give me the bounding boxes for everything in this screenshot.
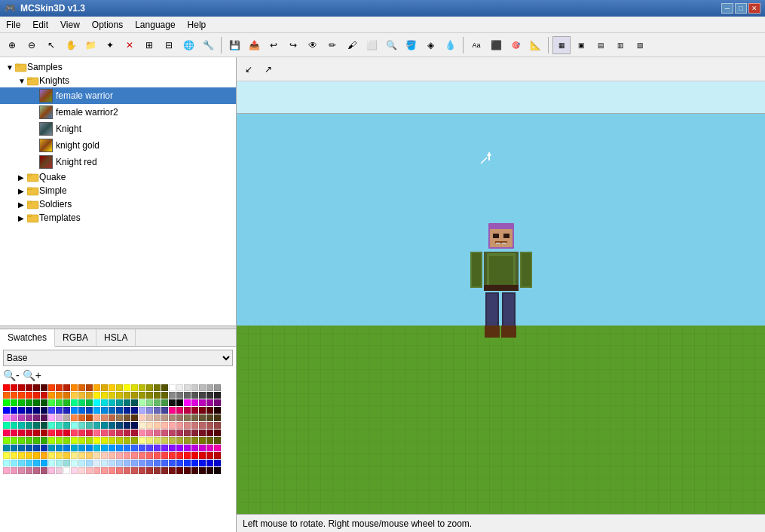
- color-cell[interactable]: [41, 460, 47, 466]
- toolbar-brush[interactable]: 🖌: [343, 36, 361, 54]
- color-cell[interactable]: [86, 399, 93, 406]
- color-cell[interactable]: [184, 392, 191, 399]
- color-cell[interactable]: [154, 392, 161, 399]
- color-cell[interactable]: [161, 430, 168, 436]
- color-cell[interactable]: [26, 460, 32, 466]
- color-cell[interactable]: [184, 467, 191, 474]
- color-cell[interactable]: [131, 437, 138, 444]
- color-cell[interactable]: [169, 460, 176, 466]
- tree-item-knights[interactable]: ▼ Knights: [0, 74, 236, 87]
- color-cell[interactable]: [214, 407, 221, 414]
- color-cell[interactable]: [176, 384, 183, 391]
- color-cell[interactable]: [41, 384, 47, 391]
- color-cell[interactable]: [146, 414, 153, 421]
- tab-hsla[interactable]: HSLA: [96, 329, 136, 346]
- color-cell[interactable]: [124, 384, 130, 391]
- color-cell[interactable]: [56, 399, 63, 406]
- color-cell[interactable]: [26, 437, 32, 444]
- color-cell[interactable]: [33, 422, 40, 429]
- color-cell[interactable]: [101, 407, 108, 414]
- color-cell[interactable]: [116, 460, 123, 466]
- color-cell[interactable]: [131, 460, 138, 466]
- color-cell[interactable]: [101, 430, 108, 436]
- color-cell[interactable]: [124, 452, 130, 459]
- toolbar-btn-d[interactable]: 📐: [526, 36, 544, 54]
- color-cell[interactable]: [41, 430, 47, 436]
- color-cell[interactable]: [124, 467, 130, 474]
- color-cell[interactable]: [207, 414, 213, 421]
- color-cell[interactable]: [63, 399, 70, 406]
- color-cell[interactable]: [93, 414, 100, 421]
- color-cell[interactable]: [169, 422, 176, 429]
- menu-help[interactable]: Help: [182, 18, 213, 32]
- toolbar-grid1[interactable]: ⊞: [140, 36, 158, 54]
- color-cell[interactable]: [116, 392, 123, 399]
- color-cell[interactable]: [56, 422, 63, 429]
- color-cell[interactable]: [56, 407, 63, 414]
- color-cell[interactable]: [161, 399, 168, 406]
- color-cell[interactable]: [101, 452, 108, 459]
- color-cell[interactable]: [207, 392, 213, 399]
- color-cell[interactable]: [131, 467, 138, 474]
- color-cell[interactable]: [48, 422, 55, 429]
- color-cell[interactable]: [78, 399, 85, 406]
- color-cell[interactable]: [207, 452, 213, 459]
- color-cell[interactable]: [207, 422, 213, 429]
- color-cell[interactable]: [101, 422, 108, 429]
- color-cell[interactable]: [184, 407, 191, 414]
- color-cell[interactable]: [101, 437, 108, 444]
- color-cell[interactable]: [124, 407, 130, 414]
- color-cell[interactable]: [26, 430, 32, 436]
- color-cell[interactable]: [124, 445, 130, 451]
- toolbar-hand[interactable]: ✋: [62, 36, 80, 54]
- color-cell[interactable]: [41, 422, 47, 429]
- color-cell[interactable]: [169, 430, 176, 436]
- color-cell[interactable]: [176, 445, 183, 451]
- color-cell[interactable]: [154, 430, 161, 436]
- color-cell[interactable]: [154, 460, 161, 466]
- color-cell[interactable]: [176, 392, 183, 399]
- color-cell[interactable]: [33, 407, 40, 414]
- vp-toolbar-btn-a[interactable]: ↙: [240, 60, 258, 78]
- toolbar-marker[interactable]: ✦: [101, 36, 119, 54]
- color-cell[interactable]: [63, 452, 70, 459]
- color-cell[interactable]: [11, 430, 17, 436]
- color-cell[interactable]: [124, 460, 130, 466]
- color-cell[interactable]: [214, 430, 221, 436]
- color-cell[interactable]: [86, 392, 93, 399]
- color-cell[interactable]: [116, 452, 123, 459]
- color-cell[interactable]: [109, 384, 115, 391]
- color-cell[interactable]: [56, 445, 63, 451]
- color-cell[interactable]: [131, 430, 138, 436]
- color-cell[interactable]: [176, 422, 183, 429]
- color-cell[interactable]: [176, 414, 183, 421]
- color-cell[interactable]: [184, 437, 191, 444]
- color-cell[interactable]: [56, 467, 63, 474]
- viewport[interactable]: ↙ ↗: [237, 57, 765, 532]
- color-cell[interactable]: [48, 414, 55, 421]
- color-cell[interactable]: [3, 467, 10, 474]
- color-cell[interactable]: [191, 445, 198, 451]
- color-cell[interactable]: [93, 384, 100, 391]
- color-cell[interactable]: [116, 445, 123, 451]
- color-cell[interactable]: [199, 460, 206, 466]
- color-cell[interactable]: [191, 460, 198, 466]
- color-cell[interactable]: [26, 407, 32, 414]
- color-cell[interactable]: [18, 430, 25, 436]
- color-cell[interactable]: [109, 445, 115, 451]
- color-cell[interactable]: [146, 407, 153, 414]
- color-cell[interactable]: [78, 437, 85, 444]
- color-cell[interactable]: [109, 399, 115, 406]
- toolbar-undo[interactable]: ↩: [265, 36, 283, 54]
- color-cell[interactable]: [214, 392, 221, 399]
- swatch-zoom-in[interactable]: 🔍+: [23, 369, 41, 381]
- color-cell[interactable]: [214, 452, 221, 459]
- color-cell[interactable]: [78, 460, 85, 466]
- color-cell[interactable]: [207, 460, 213, 466]
- color-cell[interactable]: [154, 467, 161, 474]
- color-cell[interactable]: [56, 414, 63, 421]
- color-cell[interactable]: [41, 437, 47, 444]
- color-cell[interactable]: [86, 445, 93, 451]
- color-cell[interactable]: [109, 414, 115, 421]
- color-cell[interactable]: [48, 467, 55, 474]
